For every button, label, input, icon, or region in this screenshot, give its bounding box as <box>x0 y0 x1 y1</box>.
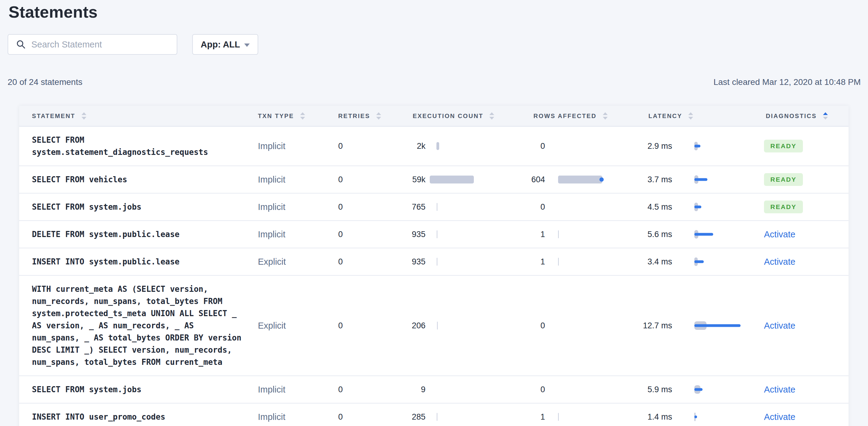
statement-link[interactable]: INSERT INTO user_promo_codes <box>32 411 245 423</box>
activate-link[interactable]: Activate <box>764 412 795 422</box>
last-cleared-label: Last cleared Mar 12, 2020 at 10:48 PM <box>713 77 861 87</box>
sort-desc-icon[interactable] <box>603 117 608 120</box>
table-header: STATEMENT TXN TYPE RETRIES EXECUTION COU… <box>19 106 848 127</box>
search-input[interactable] <box>31 39 165 50</box>
execution-count-bar <box>437 322 438 330</box>
sort-asc-icon[interactable] <box>603 112 608 115</box>
txn-type-value: Explicit <box>258 257 286 267</box>
retries-value: 0 <box>338 321 343 331</box>
diagnostics-cell: READY <box>764 201 803 213</box>
ready-badge: READY <box>764 201 803 213</box>
statement-link[interactable]: DELETE FROM system.public.lease <box>32 228 245 240</box>
txn-type-value: Implicit <box>258 175 285 185</box>
execution-count-value: 935 <box>365 230 426 239</box>
latency-mean-bar <box>694 145 701 148</box>
rows-affected-value: 1 <box>484 412 545 422</box>
rows-affected-value: 0 <box>484 142 545 151</box>
column-header-latency[interactable]: LATENCY <box>648 112 693 120</box>
activate-link[interactable]: Activate <box>764 385 795 394</box>
rows-affected-value: 0 <box>484 321 545 331</box>
txn-type-value: Implicit <box>258 141 285 151</box>
activate-link[interactable]: Activate <box>764 321 795 331</box>
rows-affected-bar <box>558 258 559 266</box>
rows-affected-value: 1 <box>484 257 545 267</box>
latency-value: 3.4 ms <box>611 257 672 267</box>
latency-value: 3.7 ms <box>611 175 672 184</box>
statement-link[interactable]: SELECT FROM vehicles <box>32 174 245 186</box>
statement-link[interactable]: SELECT FROM system.jobs <box>32 384 245 396</box>
execution-count-value: 285 <box>365 412 426 422</box>
execution-count-bar <box>437 413 437 421</box>
sort-asc-icon[interactable] <box>823 112 828 115</box>
table-row: SELECT FROM vehicles Implicit 0 59k 604 … <box>19 166 848 193</box>
rows-affected-value: 604 <box>484 175 545 184</box>
latency-mean-bar <box>694 206 701 208</box>
diagnostics-cell: Activate <box>764 412 795 422</box>
sort-asc-icon[interactable] <box>688 112 693 115</box>
diagnostics-cell: READY <box>764 173 803 186</box>
sort-desc-icon[interactable] <box>823 117 828 120</box>
mean-dot-icon <box>599 177 604 182</box>
sort-asc-icon[interactable] <box>376 112 381 115</box>
statements-table: STATEMENT TXN TYPE RETRIES EXECUTION COU… <box>19 106 848 426</box>
statement-link[interactable]: SELECT FROM system.jobs <box>32 201 245 213</box>
execution-count-value: 206 <box>365 321 426 331</box>
sort-desc-icon[interactable] <box>376 117 381 120</box>
table-row: SELECT FROM system.statement_diagnostics… <box>19 127 848 166</box>
page-title: Statements <box>8 2 98 21</box>
latency-mean-bar <box>694 261 704 263</box>
execution-count-bar <box>436 142 439 150</box>
execution-count-value: 935 <box>365 257 426 267</box>
diagnostics-cell: READY <box>764 140 803 152</box>
retries-value: 0 <box>338 257 343 267</box>
column-header-rows-affected[interactable]: ROWS AFFECTED <box>533 112 608 120</box>
search-icon <box>16 39 26 49</box>
sort-desc-icon[interactable] <box>688 117 693 120</box>
execution-count-value: 2k <box>365 142 426 151</box>
statement-link[interactable]: SELECT FROM system.statement_diagnostics… <box>32 134 245 158</box>
rows-affected-value: 0 <box>484 202 545 212</box>
table-body: SELECT FROM system.statement_diagnostics… <box>19 127 848 426</box>
column-label: DIAGNOSTICS <box>766 113 817 120</box>
column-header-retries[interactable]: RETRIES <box>338 112 381 120</box>
search-statement-box[interactable] <box>8 34 177 55</box>
diagnostics-cell: Activate <box>764 257 795 267</box>
diagnostics-cell: Activate <box>764 385 795 395</box>
diagnostics-cell: Activate <box>764 230 795 240</box>
latency-value: 2.9 ms <box>611 142 672 151</box>
table-row: WITH current_meta AS (SELECT version, nu… <box>19 276 848 376</box>
column-label: STATEMENT <box>32 113 75 120</box>
table-row: INSERT INTO system.public.lease Explicit… <box>19 248 848 276</box>
column-header-txn-type[interactable]: TXN TYPE <box>258 112 305 120</box>
execution-count-bar <box>437 230 437 238</box>
sort-asc-icon[interactable] <box>300 112 305 115</box>
table-row: INSERT INTO user_promo_codes Implicit 0 … <box>19 403 848 426</box>
column-header-execution-count[interactable]: EXECUTION COUNT <box>413 112 494 120</box>
sort-desc-icon[interactable] <box>82 117 86 120</box>
ready-badge: READY <box>764 173 803 186</box>
txn-type-value: Explicit <box>258 321 286 331</box>
sort-desc-icon[interactable] <box>300 117 305 120</box>
activate-link[interactable]: Activate <box>764 230 795 239</box>
column-header-statement[interactable]: STATEMENT <box>32 112 86 120</box>
execution-count-bar <box>437 258 437 266</box>
retries-value: 0 <box>338 142 343 151</box>
statements-count: 20 of 24 statements <box>8 77 83 87</box>
latency-mean-bar <box>694 233 713 236</box>
sort-asc-icon[interactable] <box>489 112 494 115</box>
column-header-diagnostics[interactable]: DIAGNOSTICS <box>766 112 828 120</box>
app-filter-dropdown[interactable]: App: ALL <box>192 34 258 55</box>
sort-desc-icon[interactable] <box>489 117 494 120</box>
rows-affected-bar <box>558 176 602 183</box>
latency-mean-bar <box>694 178 707 181</box>
retries-value: 0 <box>338 230 343 239</box>
rows-affected-value: 0 <box>484 385 545 394</box>
txn-type-value: Implicit <box>258 385 285 395</box>
txn-type-value: Implicit <box>258 412 285 422</box>
sort-asc-icon[interactable] <box>82 112 86 115</box>
statement-link[interactable]: INSERT INTO system.public.lease <box>32 255 245 268</box>
latency-value: 12.7 ms <box>611 321 672 331</box>
activate-link[interactable]: Activate <box>764 257 795 267</box>
statement-link[interactable]: WITH current_meta AS (SELECT version, nu… <box>32 283 245 368</box>
execution-count-value: 765 <box>365 202 426 212</box>
